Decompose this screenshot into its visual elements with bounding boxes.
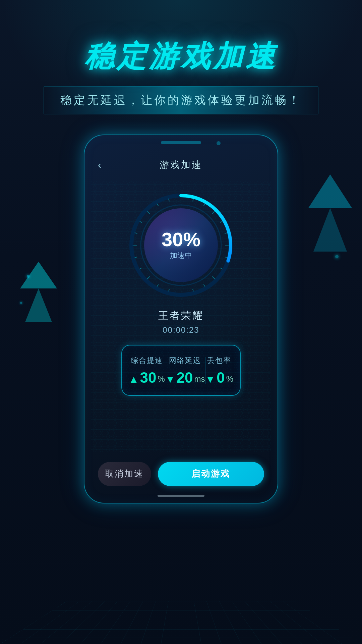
start-game-button[interactable]: 启动游戏 [158, 462, 264, 486]
phone-container: ‹ 游戏加速 [0, 135, 362, 503]
gauge-wrapper: 30% 加速中 [127, 192, 235, 299]
subtitle-text: 稳定无延迟，让你的游戏体验更加流畅！ [60, 94, 302, 106]
back-button[interactable]: ‹ [98, 159, 101, 171]
gauge-status-label: 加速中 [170, 251, 192, 261]
main-title: 稳定游戏加速 [0, 40, 362, 73]
gauge-inner: 30% 加速中 [144, 208, 218, 282]
header-section: 稳定游戏加速 稳定无延迟，让你的游戏体验更加流畅！ [0, 0, 362, 114]
game-name: 王者荣耀 [158, 309, 204, 323]
phone-camera [217, 141, 221, 145]
cancel-button[interactable]: 取消加速 [98, 462, 151, 486]
bg-grid [0, 601, 362, 644]
game-timer: 00:00:23 [158, 325, 204, 335]
phone-home-indicator [158, 495, 204, 497]
phone-frame: ‹ 游戏加速 [84, 135, 278, 503]
phone-notch [161, 141, 201, 144]
screen-title: 游戏加速 [160, 159, 202, 171]
speedometer-area: 30% 加速中 王者荣耀 00:00:23 综合提速 ▲ [84, 175, 278, 459]
game-info: 王者荣耀 00:00:23 [158, 309, 204, 335]
gauge-percentage: 30% [162, 230, 200, 249]
phone-inner: ‹ 游戏加速 [84, 135, 278, 503]
subtitle-bar: 稳定无延迟，让你的游戏体验更加流畅！ [44, 86, 318, 114]
phone-header: ‹ 游戏加速 [84, 155, 278, 175]
